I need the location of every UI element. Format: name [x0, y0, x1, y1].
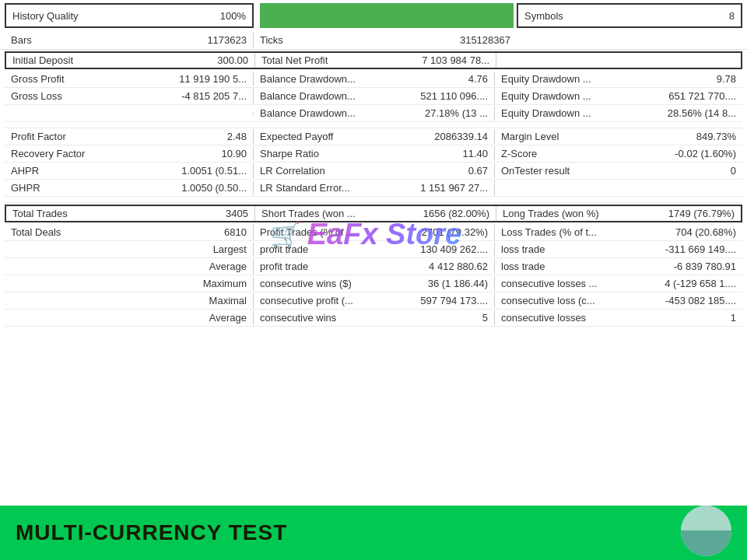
average-loss-cell: loss trade -6 839 780.91: [495, 259, 742, 274]
equity-drawdown1-label: Equity Drawdown ...: [501, 73, 591, 85]
equity-drawdown2-label: Equity Drawdown ...: [501, 90, 591, 102]
average-label-cell: Average: [5, 259, 254, 274]
lr-std-error-value: 1 151 967 27...: [420, 182, 488, 194]
expected-payoff-cell: Expected Payoff 2086339.14: [254, 129, 495, 144]
maximum-consec-losses-value: 4 (-129 658 1....: [665, 278, 736, 289]
bottom-banner-text: MULTI-CURRENCY TEST: [16, 520, 287, 545]
average2-consec-losses-cell: consecutive losses 1: [495, 310, 742, 325]
maximal-consec-loss-label: consecutive loss (c...: [501, 295, 595, 306]
average2-consec-wins-label: consecutive wins: [260, 312, 336, 324]
bars-cell: Bars 1173623: [5, 33, 254, 47]
maximal-label: Maximal: [209, 295, 247, 306]
symbols-spacer: [517, 33, 742, 47]
equity-drawdown3-value: 28.56% (14 8...: [668, 107, 736, 119]
balance-drawdown3-cell: Balance Drawdown... 27.18% (13 ...: [254, 106, 495, 121]
maximal-row: Maximal consecutive profit (... 597 794 …: [5, 292, 742, 310]
equity-drawdown3-cell: Equity Drawdown ... 28.56% (14 8...: [495, 106, 742, 121]
largest-row: Largest profit trade 130 409 262.... los…: [5, 241, 742, 258]
ticks-value: 315128367: [460, 34, 510, 46]
average-loss-value: -6 839 780.91: [674, 261, 736, 272]
lr-correlation-value: 0.67: [468, 165, 488, 177]
long-trades-cell: Long Trades (won %) 1749 (76.79%): [496, 206, 741, 221]
ahpr-cell: AHPR 1.0051 (0.51...: [5, 163, 254, 178]
loss-trades-cell: Loss Trades (% of t... 704 (20.68%): [495, 225, 742, 240]
history-quality-value: 100%: [220, 10, 246, 22]
short-trades-value: 1656 (82.00%): [423, 208, 489, 219]
average-profit-label: profit trade: [260, 261, 308, 272]
balance-drawdown1-cell: Balance Drawdown... 4.76: [254, 72, 495, 86]
history-quality-label: History Quality: [12, 10, 79, 22]
ontester-label: OnTester result: [501, 165, 570, 177]
equity-drawdown2-value: 651 721 770....: [668, 90, 736, 102]
average-loss-label: loss trade: [501, 261, 545, 272]
margin-level-cell: Margin Level 849.73%: [495, 129, 742, 144]
ahpr-row: AHPR 1.0051 (0.51... LR Correlation 0.67…: [5, 163, 742, 180]
main-container: History Quality 100% Symbols 8 Bars 1173…: [0, 0, 747, 560]
bars-ticks-row: Bars 1173623 Ticks 315128367: [0, 31, 747, 50]
total-trades-value: 3405: [226, 208, 248, 219]
zscore-cell: Z-Score -0.02 (1.60%): [495, 146, 742, 161]
maximum-row: Maximum consecutive wins ($) 36 (1 186.4…: [5, 275, 742, 292]
lr-correlation-label: LR Correlation: [260, 165, 325, 177]
ghpr-row: GHPR 1.0050 (0.50... LR Standard Error..…: [5, 180, 742, 197]
loss-trades-label: Loss Trades (% of t...: [501, 226, 597, 238]
largest-loss-cell: loss trade -311 669 149....: [495, 242, 742, 257]
recovery-factor-cell: Recovery Factor 10.90: [5, 146, 254, 161]
equity-drawdown2-cell: Equity Drawdown ... 651 721 770....: [495, 89, 742, 103]
total-net-profit-value: 7 103 984 78...: [422, 54, 489, 66]
gross-loss-cell: Gross Loss -4 815 205 7...: [5, 89, 254, 103]
lr-std-error-label: LR Standard Error...: [260, 182, 350, 194]
average-label: Average: [209, 261, 247, 272]
total-deals-value: 6810: [224, 226, 247, 238]
long-trades-label: Long Trades (won %): [503, 208, 599, 219]
spacer2: [5, 197, 742, 203]
total-net-profit-cell: Total Net Profit 7 103 984 78...: [255, 53, 496, 68]
initial-deposit-cell: Initial Deposit 300.00: [6, 53, 255, 68]
gross-loss-value: -4 815 205 7...: [181, 90, 247, 102]
maximum-consec-losses-cell: consecutive losses ... 4 (-129 658 1....: [495, 276, 742, 291]
total-deals-label: Total Deals: [11, 226, 61, 238]
largest-loss-label: loss trade: [501, 243, 545, 255]
largest-label-cell: Largest: [5, 242, 254, 257]
profit-trades-value: 2701 (79.32%): [422, 226, 488, 238]
data-section: Initial Deposit 300.00 Total Net Profit …: [0, 51, 747, 327]
history-quality-cell: History Quality 100%: [5, 3, 254, 28]
ghpr-cell: GHPR 1.0050 (0.50...: [5, 180, 254, 195]
total-net-profit-label: Total Net Profit: [261, 54, 328, 66]
ghpr-empty: [495, 187, 742, 190]
bars-value: 1173623: [207, 34, 247, 46]
balance-drawdown1-value: 4.76: [468, 73, 488, 85]
balance-drawdown2-label: Balance Drawdown...: [260, 90, 356, 102]
profit-factor-row: Profit Factor 2.48 Expected Payoff 20863…: [5, 128, 742, 145]
ahpr-value: 1.0051 (0.51...: [181, 165, 247, 177]
balance-drawdown2-cell: Balance Drawdown... 521 110 096....: [254, 89, 495, 103]
maximal-consec-profit-label: consecutive profit (...: [260, 295, 353, 306]
equity-drawdown3-label: Equity Drawdown ...: [501, 107, 591, 119]
bottom-banner: MULTI-CURRENCY TEST: [0, 506, 747, 560]
total-trades-cell: Total Trades 3405: [6, 206, 255, 221]
gross-loss-row: Gross Loss -4 815 205 7... Balance Drawd…: [5, 88, 742, 105]
average2-consec-losses-label: consecutive losses: [501, 312, 586, 324]
symbols-value: 8: [729, 10, 735, 22]
sharpe-ratio-label: Sharpe Ratio: [260, 148, 319, 159]
symbols-cell: Symbols 8: [517, 3, 742, 28]
maximal-consec-profit-value: 597 794 173....: [420, 295, 488, 306]
symbols-label: Symbols: [524, 10, 563, 22]
ghpr-value: 1.0050 (0.50...: [181, 182, 247, 194]
initial-deposit-value: 300.00: [217, 54, 248, 66]
average-profit-value: 4 412 880.62: [429, 261, 488, 272]
balance-drawdown3-label: Balance Drawdown...: [260, 107, 356, 119]
profit-factor-value: 2.48: [227, 131, 247, 142]
gross-profit-value: 11 919 190 5...: [179, 73, 247, 85]
lr-std-error-cell: LR Standard Error... 1 151 967 27...: [254, 180, 495, 195]
margin-level-value: 849.73%: [696, 131, 736, 142]
balance-drawdown1-label: Balance Drawdown...: [260, 73, 356, 85]
average2-row: Average consecutive wins 5 consecutive l…: [5, 310, 742, 327]
average2-consec-wins-cell: consecutive wins 5: [254, 310, 495, 325]
ticks-label: Ticks: [260, 34, 283, 46]
maximum-consec-wins-cell: consecutive wins ($) 36 (1 186.44): [254, 276, 495, 291]
profit-factor-label: Profit Factor: [11, 131, 66, 142]
largest-profit-cell: profit trade 130 409 262....: [254, 242, 495, 257]
maximal-label-cell: Maximal: [5, 293, 254, 308]
margin-level-label: Margin Level: [501, 131, 559, 142]
